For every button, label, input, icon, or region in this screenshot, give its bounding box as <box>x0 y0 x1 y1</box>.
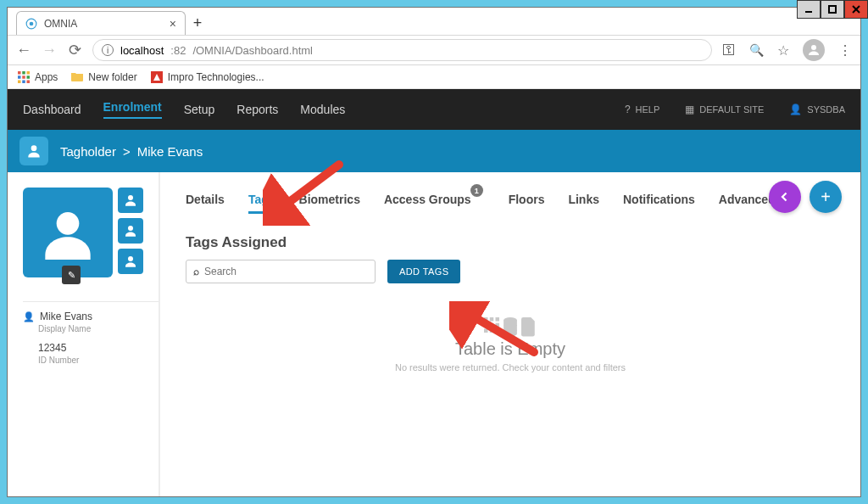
id-number-label: ID Number <box>23 356 159 365</box>
display-name-label: Display Name <box>23 324 159 333</box>
url-input[interactable]: i localhost:82/OMNIA/Dashboard.html <box>92 39 712 61</box>
window-maximize-button[interactable] <box>821 0 844 19</box>
apps-icon <box>18 71 30 83</box>
breadcrumb-sep: > <box>123 144 131 159</box>
key-icon[interactable]: ⚿ <box>722 42 736 58</box>
breadcrumb: Tagholder > Mike Evans <box>60 144 203 159</box>
profile-avatar-icon[interactable] <box>803 39 825 61</box>
svg-point-18 <box>57 212 80 235</box>
svg-rect-7 <box>18 71 21 75</box>
search-box[interactable]: ⌕ <box>186 260 376 283</box>
nav-modules[interactable]: Modules <box>300 103 345 116</box>
bookmark-apps[interactable]: Apps <box>18 71 58 83</box>
database-icon <box>503 317 518 334</box>
browser-forward-button[interactable]: → <box>42 42 57 59</box>
svg-rect-12 <box>27 76 31 79</box>
empty-subtitle: No results were returned. Check your con… <box>186 362 835 372</box>
tab-access-groups[interactable]: Access Groups 1 <box>384 193 471 214</box>
profile-id-number: 12345 <box>23 342 66 354</box>
bookmarks-bar: Apps New folder Impro Technologies... <box>8 65 860 89</box>
tab-biometrics[interactable]: Biometrics <box>299 193 360 214</box>
empty-title: Table is Empty <box>186 339 835 359</box>
svg-point-20 <box>128 226 133 231</box>
window-close-button[interactable] <box>844 0 868 19</box>
address-bar: ← → ⟳ i localhost:82/OMNIA/Dashboard.htm… <box>8 35 860 65</box>
browser-reload-button[interactable]: ⟳ <box>67 41 82 59</box>
nav-setup[interactable]: Setup <box>184 103 215 116</box>
help-icon: ? <box>625 104 631 115</box>
main-panel: Details Tags Biometrics Access Groups 1 … <box>160 172 860 496</box>
tab-notifications[interactable]: Notifications <box>623 193 695 214</box>
tab-advanced[interactable]: Advanced <box>719 193 776 214</box>
file-icon <box>521 317 537 334</box>
user-icon: 👤 <box>789 104 802 115</box>
svg-rect-29 <box>490 329 494 333</box>
tab-tags[interactable]: Tags <box>248 193 275 214</box>
tab-floors[interactable]: Floors <box>509 193 545 214</box>
svg-rect-30 <box>496 329 500 333</box>
content-area: + ✎ 👤 Mike Evans Display N <box>8 172 860 496</box>
impro-icon <box>151 71 163 83</box>
avatar-edit-button[interactable]: ✎ <box>62 266 81 284</box>
access-groups-badge: 1 <box>470 184 483 197</box>
person-icon: 👤 <box>23 311 35 322</box>
svg-rect-8 <box>22 71 25 75</box>
tab-title: OMNIA <box>44 18 77 30</box>
svg-point-17 <box>31 145 37 151</box>
grid-icon <box>484 317 499 334</box>
bookmark-impro[interactable]: Impro Technologies... <box>151 71 264 83</box>
svg-rect-15 <box>27 80 31 83</box>
bookmark-newfolder[interactable]: New folder <box>71 71 136 83</box>
site-info-icon[interactable]: i <box>102 44 114 56</box>
svg-rect-25 <box>484 323 488 328</box>
breadcrumb-root[interactable]: Tagholder <box>60 144 116 159</box>
bookmark-label: Apps <box>35 71 58 83</box>
window-minimize-button[interactable] <box>797 0 821 19</box>
star-icon[interactable]: ☆ <box>777 42 789 59</box>
svg-rect-26 <box>490 323 494 328</box>
add-tags-button[interactable]: ADD TAGS <box>387 260 460 283</box>
tab-close-icon[interactable]: × <box>170 17 176 31</box>
profile-sidebar: ✎ 👤 Mike Evans Display Name 12345 ID Num… <box>8 172 160 496</box>
svg-rect-14 <box>22 80 25 83</box>
browser-back-button[interactable]: ← <box>16 42 31 59</box>
url-path: /OMNIA/Dashboard.html <box>192 44 313 57</box>
nav-dashboard[interactable]: Dashboard <box>23 103 81 116</box>
svg-point-21 <box>128 256 133 261</box>
svg-rect-9 <box>27 71 31 75</box>
avatar-thumb-3[interactable] <box>118 249 143 274</box>
zoom-icon[interactable]: 🔍 <box>749 43 764 57</box>
nav-help[interactable]: ?HELP <box>625 104 659 115</box>
bookmark-label: New folder <box>88 71 136 83</box>
avatar-thumb-1[interactable] <box>118 188 143 213</box>
url-port: :82 <box>170 44 186 57</box>
section-title: Tags Assigned <box>186 234 835 251</box>
svg-point-6 <box>811 45 816 50</box>
url-host: localhost <box>120 44 164 57</box>
browser-menu-icon[interactable]: ⋮ <box>838 42 852 59</box>
app-navbar: Dashboard Enrolment Setup Reports Module… <box>8 89 860 130</box>
svg-point-5 <box>30 21 34 25</box>
tab-links[interactable]: Links <box>568 193 599 214</box>
svg-rect-1 <box>829 6 836 13</box>
fab-add-button[interactable]: + <box>810 181 842 213</box>
new-tab-button[interactable]: + <box>186 11 209 35</box>
avatar-thumb-2[interactable] <box>118 218 143 244</box>
nav-site[interactable]: ▦DEFAULT SITE <box>685 104 764 115</box>
bookmark-label: Impro Technologies... <box>168 71 264 83</box>
svg-rect-10 <box>18 76 21 79</box>
breadcrumb-icon <box>19 137 48 165</box>
search-input[interactable] <box>204 266 368 277</box>
nav-reports[interactable]: Reports <box>236 103 278 116</box>
nav-user[interactable]: 👤SYSDBA <box>789 104 845 115</box>
nav-enrolment[interactable]: Enrolment <box>103 100 162 119</box>
svg-rect-27 <box>496 323 500 328</box>
svg-rect-24 <box>496 317 500 322</box>
fab-back-button[interactable] <box>769 181 801 213</box>
tab-details[interactable]: Details <box>186 193 225 214</box>
svg-rect-11 <box>22 76 25 79</box>
svg-rect-22 <box>484 317 488 322</box>
breadcrumb-bar: Tagholder > Mike Evans <box>8 130 860 172</box>
site-icon: ▦ <box>685 104 694 115</box>
browser-tab[interactable]: OMNIA × <box>16 11 186 35</box>
